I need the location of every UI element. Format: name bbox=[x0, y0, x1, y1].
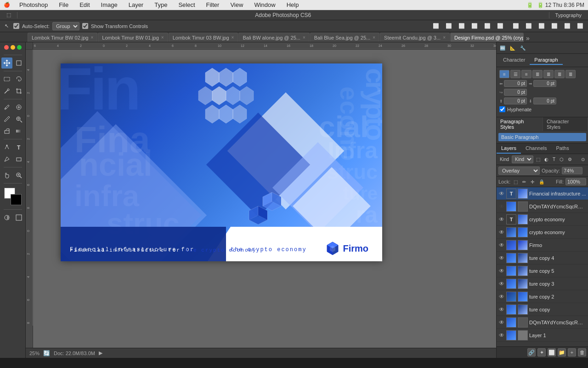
zoom-tool[interactable] bbox=[13, 170, 24, 181]
menu-help[interactable]: Help bbox=[285, 0, 301, 9]
layer-vis-ture[interactable]: 👁 bbox=[498, 306, 505, 313]
path-select-tool[interactable] bbox=[1, 154, 12, 165]
distribute-left-icon[interactable]: ⬜ bbox=[511, 23, 521, 29]
align-center-btn[interactable]: ☰ bbox=[510, 70, 520, 78]
tab-layers[interactable]: Layers bbox=[497, 144, 521, 154]
tab-paragraph-styles[interactable]: Paragraph Styles bbox=[497, 117, 543, 131]
menu-select[interactable]: Select bbox=[176, 0, 197, 9]
heal-tool[interactable] bbox=[13, 102, 24, 113]
link-layers-btn[interactable]: 🔗 bbox=[527, 348, 536, 356]
menu-image[interactable]: Image bbox=[99, 0, 119, 9]
layer-ture-copy4[interactable]: 👁 ture copy 4 bbox=[497, 252, 588, 264]
marquee-tool[interactable] bbox=[1, 74, 12, 85]
tab-character-styles[interactable]: Character Styles bbox=[543, 117, 588, 131]
toolbar-move-btn[interactable]: ⬚ bbox=[4, 12, 14, 18]
align-bottom-icon[interactable]: ⬜ bbox=[495, 23, 505, 29]
layer-1[interactable]: 👁 Layer 1 bbox=[497, 329, 588, 342]
menu-type[interactable]: Type bbox=[153, 0, 169, 9]
layer-vis-layer1[interactable]: 👁 bbox=[498, 332, 505, 339]
toggle-filter-btn[interactable]: ⊙ bbox=[580, 156, 586, 162]
distribute-center-h-icon[interactable]: ⬜ bbox=[524, 23, 534, 29]
layer-vis-firmo[interactable]: 👁 bbox=[498, 242, 505, 248]
add-style-btn[interactable]: ✦ bbox=[537, 348, 546, 356]
tab-bali-blue[interactable]: Bali Blue Sea.jpg @ 25... × bbox=[310, 33, 379, 42]
justify-left-btn[interactable]: ≣ bbox=[532, 70, 543, 78]
layer-vis-ture5[interactable]: 👁 bbox=[498, 268, 505, 274]
layer-dqm-1[interactable]: 👁 DQmTAYdYcmcSqcRAX... bbox=[497, 200, 588, 213]
layer-ture-copy3[interactable]: 👁 ture copy 3 bbox=[497, 277, 588, 290]
hand-tool[interactable] bbox=[1, 170, 12, 181]
filter-shape-icon[interactable]: ⬡ bbox=[558, 156, 565, 162]
menu-edit[interactable]: Edit bbox=[78, 0, 91, 9]
lock-position-btn[interactable]: ✛ bbox=[529, 179, 536, 185]
clone-tool[interactable] bbox=[13, 114, 24, 125]
align-center-v-icon[interactable]: ⬜ bbox=[482, 23, 492, 29]
panel-icon-2[interactable]: 📐 bbox=[509, 44, 517, 52]
tab-paragraph[interactable]: Paragraph bbox=[530, 56, 562, 65]
tab-lombok-bw02[interactable]: Lombok Timur BW 02.jpg × bbox=[28, 33, 97, 42]
tab-channels[interactable]: Channels bbox=[521, 144, 551, 154]
shape-tool[interactable] bbox=[13, 154, 24, 165]
distribute-top-icon[interactable]: ⬜ bbox=[549, 23, 560, 29]
align-center-h-icon[interactable]: ⬜ bbox=[444, 23, 454, 29]
layer-vis-dqm2[interactable]: 👁 bbox=[498, 319, 505, 326]
layer-vis-crypto-img[interactable]: 👁 bbox=[498, 229, 505, 236]
pen-tool[interactable] bbox=[1, 142, 12, 153]
close-button[interactable] bbox=[4, 45, 9, 50]
layer-crypto-img[interactable]: 👁 crypto economy bbox=[497, 226, 588, 239]
wand-tool[interactable] bbox=[1, 86, 12, 97]
background-color[interactable] bbox=[11, 194, 22, 205]
distribute-right-icon[interactable]: ⬜ bbox=[537, 23, 547, 29]
align-top-icon[interactable]: ⬜ bbox=[469, 23, 480, 29]
new-layer-btn[interactable]: + bbox=[568, 348, 576, 356]
zoom-level[interactable]: 25% bbox=[29, 351, 40, 356]
tab-bali-bw[interactable]: Bali BW alone.jpg @ 25... × bbox=[238, 33, 309, 42]
distribute-bottom-icon[interactable]: ⬜ bbox=[575, 23, 585, 29]
justify-all-btn[interactable]: ≣ bbox=[565, 70, 576, 78]
show-transform-checkbox[interactable] bbox=[82, 23, 88, 29]
basic-paragraph-style[interactable]: Basic Paragraph bbox=[498, 133, 586, 141]
filter-smart-icon[interactable]: ⚙ bbox=[566, 156, 573, 162]
panel-icon-1[interactable]: 🔤 bbox=[498, 44, 507, 52]
delete-layer-btn[interactable]: 🗑 bbox=[578, 348, 586, 356]
canvas-scroll[interactable]: 4 2 0 2 4 6 8 0 2 4 6 8 bbox=[26, 50, 496, 348]
advance-btn[interactable]: ▶ bbox=[99, 350, 102, 356]
blend-mode-select[interactable]: Overlay Normal Multiply Screen bbox=[498, 167, 540, 175]
menu-photoshop[interactable]: Photoshop bbox=[17, 0, 50, 9]
tab-character[interactable]: Character bbox=[498, 56, 530, 65]
lasso-tool[interactable] bbox=[13, 74, 24, 85]
indent-first-input[interactable] bbox=[504, 89, 527, 96]
close-tab-bali-blue[interactable]: × bbox=[373, 35, 375, 40]
auto-select-checkbox[interactable] bbox=[13, 23, 19, 29]
filter-kind-select[interactable]: Kind bbox=[512, 155, 533, 163]
menu-filter[interactable]: Filter bbox=[204, 0, 221, 9]
tab-lombok-bw01[interactable]: Lombok Timur BW 01.jpg × bbox=[98, 33, 168, 42]
quick-mask-btn[interactable] bbox=[1, 212, 12, 223]
tab-lombok-bw03[interactable]: Lombok Timur 03 BW.jpg × bbox=[169, 33, 238, 42]
more-tabs-btn[interactable]: » bbox=[526, 34, 530, 42]
gradient-tool[interactable] bbox=[13, 126, 24, 137]
tab-paths[interactable]: Paths bbox=[552, 144, 574, 154]
close-tab-lombok-bw03[interactable]: × bbox=[232, 35, 234, 40]
menu-view[interactable]: View bbox=[228, 0, 245, 9]
tab-design-firmo[interactable]: Design Firmo.psd @ 25% (crypto economy, … bbox=[450, 33, 524, 42]
brush-tool[interactable] bbox=[1, 114, 12, 125]
crop-tool[interactable] bbox=[13, 86, 24, 97]
layer-vis-ture4[interactable]: 👁 bbox=[498, 255, 505, 261]
apple-menu[interactable]: 🍎 bbox=[4, 2, 10, 8]
filter-pixel-icon[interactable]: ⬚ bbox=[535, 156, 542, 162]
layer-ture-copy5[interactable]: 👁 ture copy 5 bbox=[497, 264, 588, 277]
text-tool[interactable]: T bbox=[13, 142, 24, 153]
layer-dqm-2[interactable]: 👁 DQmTAYdYcmcSqcRAX... bbox=[497, 316, 588, 329]
space-before-input[interactable] bbox=[504, 98, 527, 104]
distribute-center-v-icon[interactable]: ⬜ bbox=[562, 23, 572, 29]
align-left-btn[interactable]: ≡ bbox=[499, 70, 509, 78]
add-mask-btn[interactable]: ⬜ bbox=[548, 348, 556, 356]
menu-layer[interactable]: Layer bbox=[127, 0, 146, 9]
layers-list[interactable]: 👁 T Financial infrastructure ... 👁 DQmTA… bbox=[497, 187, 588, 346]
close-tab-lombok-bw02[interactable]: × bbox=[91, 35, 94, 40]
indent-left-input[interactable] bbox=[504, 80, 527, 87]
justify-center-btn[interactable]: ≣ bbox=[543, 70, 554, 78]
menu-file[interactable]: File bbox=[57, 0, 70, 9]
hyphenate-checkbox[interactable] bbox=[499, 106, 505, 112]
